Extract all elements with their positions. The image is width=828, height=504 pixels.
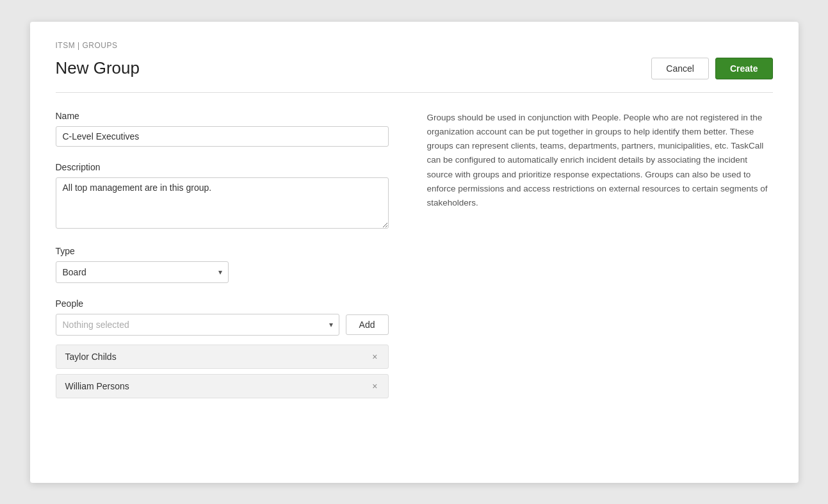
header-row: New Group Cancel Create (56, 58, 773, 79)
person-item: Taylor Childs × (56, 345, 389, 369)
description-label: Description (56, 162, 389, 172)
type-select-wrapper: Board Department Team Client Partner ▾ (56, 261, 229, 283)
modal-container: ITSM | GROUPS New Group Cancel Create Na… (30, 22, 799, 483)
remove-william-button[interactable]: × (371, 382, 378, 391)
name-group: Name (56, 111, 389, 147)
create-button[interactable]: Create (715, 58, 773, 79)
person-name: William Persons (65, 381, 129, 391)
people-row: Nothing selected ▾ Add (56, 314, 389, 336)
person-name: Taylor Childs (65, 352, 117, 362)
description-textarea[interactable] (56, 177, 389, 229)
people-list: Taylor Childs × William Persons × (56, 345, 389, 398)
people-label: People (56, 298, 389, 309)
cancel-button[interactable]: Cancel (651, 58, 709, 79)
type-select[interactable]: Board Department Team Client Partner (56, 261, 229, 283)
people-select[interactable]: Nothing selected (56, 314, 339, 336)
person-item: William Persons × (56, 374, 389, 398)
description-group: Description (56, 162, 389, 231)
type-label: Type (56, 246, 389, 256)
breadcrumb: ITSM | GROUPS (56, 41, 773, 50)
form-section: Name Description Type Board Department T… (56, 111, 389, 414)
section-divider (56, 92, 773, 93)
header-buttons: Cancel Create (651, 58, 772, 79)
name-input[interactable] (56, 126, 389, 147)
content-layout: Name Description Type Board Department T… (56, 111, 773, 414)
remove-taylor-button[interactable]: × (371, 352, 378, 361)
name-label: Name (56, 111, 389, 121)
people-group: People Nothing selected ▾ Add Taylor Chi… (56, 298, 389, 398)
info-text: Groups should be used in conjunction wit… (427, 111, 773, 211)
type-group: Type Board Department Team Client Partne… (56, 246, 389, 283)
page-title: New Group (56, 58, 140, 78)
people-select-wrapper: Nothing selected ▾ (56, 314, 339, 336)
add-person-button[interactable]: Add (346, 314, 389, 335)
info-section: Groups should be used in conjunction wit… (427, 111, 773, 414)
